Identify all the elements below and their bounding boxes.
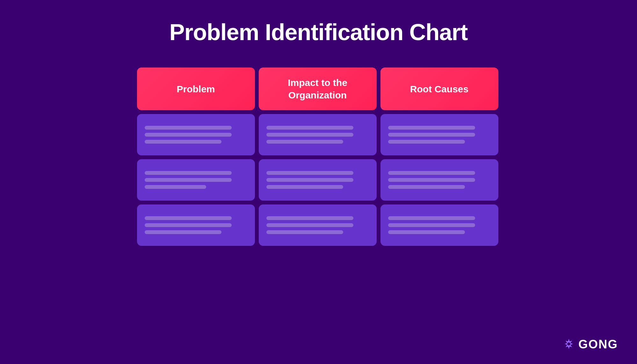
data-cell-row3-col1 <box>137 204 255 246</box>
line-placeholder <box>145 185 206 189</box>
problem-header-label: Problem <box>177 83 215 95</box>
logo-container: GONG <box>562 338 618 351</box>
line-placeholder <box>266 230 344 234</box>
line-placeholder <box>145 133 232 137</box>
root-causes-header-label: Root Causes <box>410 83 468 95</box>
line-placeholder <box>145 126 232 130</box>
line-placeholder <box>388 223 475 227</box>
impact-header-cell: Impact to theOrganization <box>259 68 377 110</box>
impact-header-label: Impact to theOrganization <box>288 76 347 101</box>
line-placeholder <box>388 126 475 130</box>
line-placeholder <box>388 133 475 137</box>
line-placeholder <box>266 223 354 227</box>
page-title: Problem Identification Chart <box>169 19 467 45</box>
data-cell-row2-col2 <box>259 159 377 201</box>
svg-point-0 <box>567 342 570 346</box>
data-cell-row3-col2 <box>259 204 377 246</box>
data-cell-row1-col3 <box>380 114 498 155</box>
data-cell-row1-col2 <box>259 114 377 155</box>
line-placeholder <box>266 216 354 220</box>
line-placeholder <box>388 216 475 220</box>
problem-header-cell: Problem <box>137 68 255 110</box>
line-placeholder <box>145 216 232 220</box>
line-placeholder <box>388 185 465 189</box>
line-placeholder <box>145 223 232 227</box>
line-placeholder <box>388 178 475 182</box>
root-causes-header-cell: Root Causes <box>380 68 498 110</box>
chart-grid: Problem Impact to theOrganization Root C… <box>137 68 500 246</box>
page-container: Problem Identification Chart Problem Imp… <box>0 0 637 364</box>
line-placeholder <box>266 178 354 182</box>
line-placeholder <box>145 230 222 234</box>
line-placeholder <box>266 140 344 144</box>
data-cell-row2-col1 <box>137 159 255 201</box>
line-placeholder <box>388 230 465 234</box>
data-cell-row2-col3 <box>380 159 498 201</box>
data-cell-row1-col1 <box>137 114 255 155</box>
line-placeholder <box>266 126 354 130</box>
logo-text: GONG <box>578 338 618 351</box>
line-placeholder <box>145 140 222 144</box>
gong-star-icon <box>562 338 575 351</box>
line-placeholder <box>145 178 232 182</box>
line-placeholder <box>388 171 475 175</box>
line-placeholder <box>266 133 354 137</box>
line-placeholder <box>145 171 232 175</box>
line-placeholder <box>266 171 354 175</box>
line-placeholder <box>266 185 344 189</box>
line-placeholder <box>388 140 465 144</box>
data-cell-row3-col3 <box>380 204 498 246</box>
